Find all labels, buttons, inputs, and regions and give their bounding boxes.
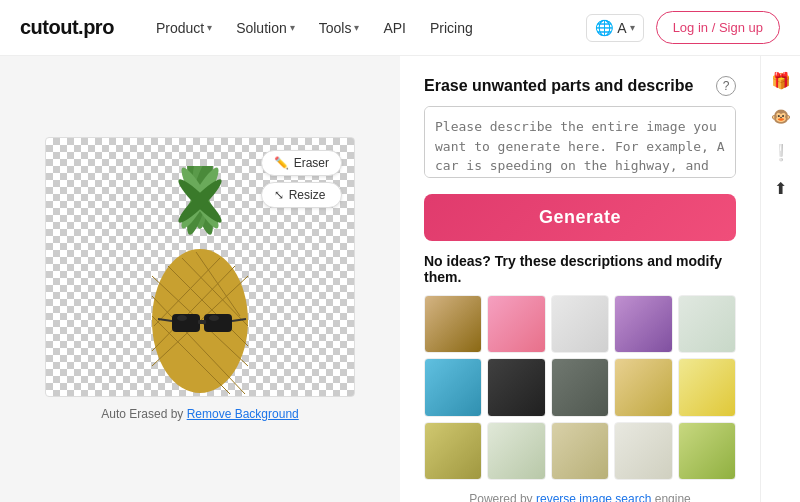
svg-rect-19 — [198, 320, 206, 324]
login-button[interactable]: Log in / Sign up — [656, 11, 780, 44]
eraser-button[interactable]: ✏️ Eraser — [261, 150, 342, 176]
translate-icon: 🌐 — [595, 19, 614, 37]
right-sidebar: 🎁 🐵 ❕ ⬆ — [760, 56, 800, 502]
nav-tools[interactable]: Tools ▾ — [309, 14, 370, 42]
thumb-item[interactable] — [551, 295, 609, 353]
reverse-image-search-link[interactable]: reverse image search — [536, 492, 651, 502]
upload-icon[interactable]: ⬆ — [765, 172, 797, 204]
thumbnail-grid — [424, 295, 736, 480]
pineapple-image — [120, 166, 280, 396]
toolbar-buttons: ✏️ Eraser ⤡ Resize — [261, 150, 342, 208]
thumb-item[interactable] — [487, 422, 545, 480]
chevron-down-icon: ▾ — [630, 22, 635, 33]
logo[interactable]: cutout.pro — [20, 16, 114, 39]
chevron-down-icon: ▾ — [354, 22, 359, 33]
nav-pricing[interactable]: Pricing — [420, 14, 483, 42]
generate-button[interactable]: Generate — [424, 194, 736, 241]
resize-icon: ⤡ — [274, 188, 284, 202]
canvas-area: ✏️ Eraser ⤡ Resize — [45, 137, 355, 397]
nav-solution[interactable]: Solution ▾ — [226, 14, 305, 42]
alert-icon[interactable]: ❕ — [765, 136, 797, 168]
thumb-item[interactable] — [424, 422, 482, 480]
thumb-item[interactable] — [551, 422, 609, 480]
nav-api[interactable]: API — [373, 14, 416, 42]
chevron-down-icon: ▾ — [207, 22, 212, 33]
face-icon[interactable]: 🐵 — [765, 100, 797, 132]
section-header: Erase unwanted parts and describe ? — [424, 76, 736, 96]
thumb-item[interactable] — [614, 295, 672, 353]
thumb-item[interactable] — [487, 295, 545, 353]
left-panel: ✏️ Eraser ⤡ Resize Auto Erased by Remove… — [0, 56, 400, 502]
svg-point-22 — [177, 315, 187, 321]
auto-erased-label: Auto Erased by Remove Background — [101, 407, 298, 421]
suggestions-title: No ideas? Try these descriptions and mod… — [424, 253, 736, 285]
section-title: Erase unwanted parts and describe — [424, 77, 693, 95]
header-right: 🌐 A ▾ Log in / Sign up — [586, 11, 780, 44]
footer-text: Powered by reverse image search engine — [424, 492, 736, 502]
thumb-item[interactable] — [487, 358, 545, 416]
remove-bg-link[interactable]: Remove Background — [187, 407, 299, 421]
translate-button[interactable]: 🌐 A ▾ — [586, 14, 643, 42]
nav-product[interactable]: Product ▾ — [146, 14, 222, 42]
thumb-item[interactable] — [614, 358, 672, 416]
thumb-item[interactable] — [424, 295, 482, 353]
thumb-item[interactable] — [551, 358, 609, 416]
main-nav: Product ▾ Solution ▾ Tools ▾ API Pricing — [146, 14, 586, 42]
chevron-down-icon: ▾ — [290, 22, 295, 33]
description-textarea[interactable] — [424, 106, 736, 178]
header: cutout.pro Product ▾ Solution ▾ Tools ▾ … — [0, 0, 800, 56]
thumb-item[interactable] — [424, 358, 482, 416]
thumb-item[interactable] — [678, 295, 736, 353]
gift-icon[interactable]: 🎁 — [765, 64, 797, 96]
thumb-item[interactable] — [678, 422, 736, 480]
svg-point-23 — [209, 315, 219, 321]
right-panel: Erase unwanted parts and describe ? Gene… — [400, 56, 760, 502]
help-icon[interactable]: ? — [716, 76, 736, 96]
eraser-icon: ✏️ — [274, 156, 289, 170]
thumb-item[interactable] — [678, 358, 736, 416]
thumb-item[interactable] — [614, 422, 672, 480]
resize-button[interactable]: ⤡ Resize — [261, 182, 342, 208]
main-content: ✏️ Eraser ⤡ Resize Auto Erased by Remove… — [0, 56, 800, 502]
